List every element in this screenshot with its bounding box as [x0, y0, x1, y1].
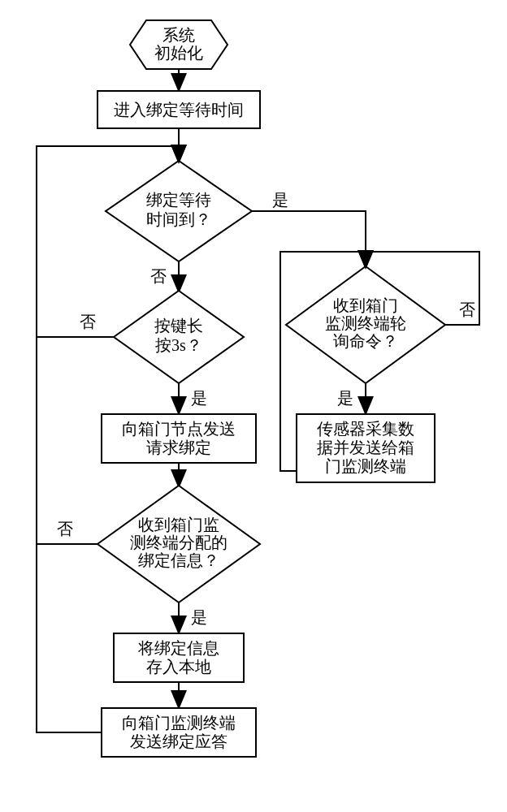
- edge-n5-loop: [37, 544, 102, 732]
- node-send-bind-request-text-1: 向箱门节点发送: [122, 420, 236, 438]
- decision-long-press-text-2: 按3s？: [155, 336, 202, 354]
- node-store-bind-info-text-2: 存入本地: [146, 658, 211, 676]
- edge-d4-no-label: 否: [459, 300, 475, 318]
- node-system-init-text-2: 初始化: [154, 44, 203, 62]
- node-send-bind-ack-text-1: 向箱门监测终端: [122, 714, 236, 732]
- node-sensor-collect-send-text-3: 门监测终端: [325, 457, 406, 475]
- edge-d4-yes-label: 是: [337, 389, 353, 407]
- decision-recv-poll-cmd-text-2: 监测终端轮: [325, 314, 406, 332]
- decision-recv-bind-info-text-2: 测终端分配的: [130, 533, 228, 551]
- decision-bind-wait-timeout-text-2: 时间到？: [146, 210, 211, 228]
- edge-d3-no: [37, 337, 98, 544]
- flowchart: 系统 初始化 进入绑定等待时间 绑定等待 时间到？ 是 否 按键长 按3s？ 否…: [0, 0, 507, 812]
- node-sensor-collect-send-text-1: 传感器采集数: [317, 420, 414, 438]
- edge-d1-yes-label: 是: [272, 191, 288, 209]
- node-system-init-text-1: 系统: [162, 26, 195, 44]
- edge-d1-yes: [252, 211, 366, 266]
- edge-d2-yes-label: 是: [191, 389, 207, 407]
- decision-bind-wait-timeout-text-1: 绑定等待: [146, 191, 211, 209]
- edge-d1-no-label: 否: [150, 267, 167, 285]
- edge-d2-no-label: 否: [80, 313, 96, 330]
- edge-d3-no-label: 否: [57, 520, 73, 538]
- edge-d3-yes-label: 是: [191, 608, 207, 626]
- node-store-bind-info-text-1: 将绑定信息: [137, 639, 219, 657]
- node-enter-bind-wait-text: 进入绑定等待时间: [114, 101, 244, 119]
- node-send-bind-ack-text-2: 发送绑定应答: [130, 732, 228, 750]
- decision-recv-poll-cmd-text-1: 收到箱门: [333, 296, 398, 314]
- node-sensor-collect-send-text-2: 据并发送给箱: [317, 438, 414, 456]
- decision-long-press-text-1: 按键长: [154, 317, 203, 335]
- decision-recv-poll-cmd-text-3: 询命令？: [333, 332, 398, 350]
- node-send-bind-request-text-2: 请求绑定: [146, 438, 211, 456]
- decision-recv-bind-info-text-1: 收到箱门监: [138, 516, 219, 533]
- decision-recv-bind-info-text-3: 绑定信息？: [138, 551, 219, 569]
